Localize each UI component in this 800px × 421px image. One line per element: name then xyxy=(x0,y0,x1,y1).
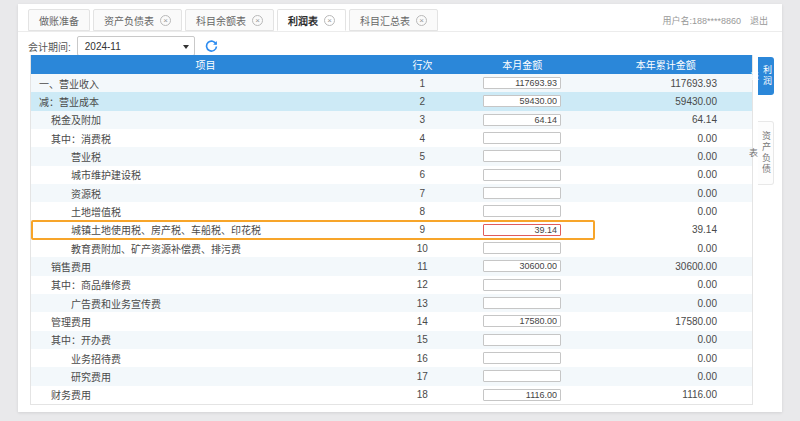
top-tab-label: 资产负债表 xyxy=(104,13,154,28)
top-tab[interactable]: 资产负债表 × xyxy=(93,9,182,31)
year-total-value: 0.00 xyxy=(579,133,752,144)
month-cell xyxy=(465,389,580,401)
table-row[interactable]: 城市维护建设税 6 0.00 xyxy=(31,166,752,184)
item-cell: 销售费用 xyxy=(31,259,380,274)
line-number: 11 xyxy=(380,261,465,272)
month-amount-input[interactable] xyxy=(483,389,561,401)
month-amount-input[interactable] xyxy=(483,242,561,254)
table-row[interactable]: 土地增值税 8 0.00 xyxy=(31,202,752,220)
table-row[interactable]: 其中：商品维修费 12 0.00 xyxy=(31,276,752,294)
close-icon[interactable]: × xyxy=(416,15,427,26)
line-number: 13 xyxy=(380,298,465,309)
period-value: 2024-11 xyxy=(85,41,121,52)
year-total-value: 0.00 xyxy=(579,279,752,290)
line-number: 2 xyxy=(380,96,465,107)
table-row[interactable]: 营业税 5 0.00 xyxy=(31,147,752,165)
close-icon[interactable]: × xyxy=(324,15,335,26)
item-label: 业务招待费 xyxy=(31,351,121,366)
table-row[interactable]: 其中：开办费 15 0.00 xyxy=(31,331,752,349)
month-amount-input[interactable] xyxy=(483,95,561,107)
table-row[interactable]: 研究费用 17 0.00 xyxy=(31,367,752,385)
item-label: 其中：商品维修费 xyxy=(31,277,131,292)
item-label: 税金及附加 xyxy=(31,112,101,127)
month-cell xyxy=(465,370,580,382)
table-row[interactable]: 销售费用 11 30600.00 xyxy=(31,257,752,275)
top-tab[interactable]: 科目汇总表 × xyxy=(349,9,438,31)
top-tab-label: 做账准备 xyxy=(39,13,79,28)
item-label: 减：营业成本 xyxy=(31,94,99,109)
refresh-icon xyxy=(205,40,218,53)
col-header-year: 本年累计金额 xyxy=(579,57,752,72)
month-amount-input[interactable] xyxy=(483,260,561,272)
table-row[interactable]: 广告费和业务宣传费 13 0.00 xyxy=(31,294,752,312)
month-amount-input[interactable] xyxy=(483,279,561,291)
line-number: 18 xyxy=(380,389,465,400)
month-amount-input[interactable] xyxy=(483,187,561,199)
table-row[interactable]: 其中：消费税 4 0.00 xyxy=(31,129,752,147)
line-number: 8 xyxy=(380,206,465,217)
refresh-button[interactable] xyxy=(205,40,218,53)
username-label: 用户名:188****8860 xyxy=(662,14,741,27)
side-tab[interactable]: 利润表 xyxy=(758,57,774,95)
month-cell xyxy=(465,150,580,162)
top-tab[interactable]: 利润表 × xyxy=(277,9,346,31)
table-row[interactable]: 资源税 7 0.00 xyxy=(31,184,752,202)
month-amount-input[interactable] xyxy=(483,315,561,327)
item-label: 城市维护建设税 xyxy=(31,167,141,182)
month-amount-input[interactable] xyxy=(483,224,561,236)
table-row[interactable]: 税金及附加 3 64.14 xyxy=(31,111,752,129)
tab-bar: 做账准备 资产负债表 × 科目余额表 × 利润表 × 科目汇总表 × xyxy=(28,9,438,32)
line-number: 14 xyxy=(380,316,465,327)
item-cell: 土地增值税 xyxy=(31,204,380,219)
line-number: 1 xyxy=(380,78,465,89)
item-label: 城镇土地使用税、房产税、车船税、印花税 xyxy=(31,222,261,237)
item-cell: 财务费用 xyxy=(31,387,380,402)
table-row[interactable]: 管理费用 14 17580.00 xyxy=(31,312,752,330)
period-select[interactable]: 2024-11 xyxy=(77,36,195,56)
year-total-value: 39.14 xyxy=(579,224,752,235)
month-amount-input[interactable] xyxy=(483,352,561,364)
item-cell: 其中：消费税 xyxy=(31,131,380,146)
table-row[interactable]: 财务费用 18 1116.00 xyxy=(31,386,752,404)
table-body: 一、营业收入 1 117693.93 减：营业成本 2 59430.00 税金及… xyxy=(31,74,752,404)
top-tab[interactable]: 做账准备 xyxy=(28,9,90,31)
table-row[interactable]: 业务招待费 16 0.00 xyxy=(31,349,752,367)
month-amount-input[interactable] xyxy=(483,132,561,144)
year-total-value: 0.00 xyxy=(579,353,752,364)
close-icon[interactable]: × xyxy=(252,15,263,26)
item-label: 销售费用 xyxy=(31,259,91,274)
year-total-value: 1116.00 xyxy=(579,389,752,400)
month-amount-input[interactable] xyxy=(483,297,561,309)
month-amount-input[interactable] xyxy=(483,114,561,126)
table-row[interactable]: 城镇土地使用税、房产税、车船税、印花税 9 39.14 xyxy=(31,221,752,239)
side-tab-strip: 利润表资产负债表 xyxy=(758,57,775,185)
month-amount-input[interactable] xyxy=(483,370,561,382)
month-cell xyxy=(465,132,580,144)
month-amount-input[interactable] xyxy=(483,334,561,346)
month-cell xyxy=(465,352,580,364)
logout-link[interactable]: 退出 xyxy=(750,14,768,27)
close-icon[interactable]: × xyxy=(160,15,171,26)
top-tab-label: 科目余额表 xyxy=(196,13,246,28)
item-label: 管理费用 xyxy=(31,314,91,329)
month-cell xyxy=(465,169,580,181)
table-row[interactable]: 教育费附加、矿产资源补偿费、排污费 10 0.00 xyxy=(31,239,752,257)
month-cell xyxy=(465,315,580,327)
month-cell xyxy=(465,77,580,89)
month-amount-input[interactable] xyxy=(483,169,561,181)
top-tab[interactable]: 科目余额表 × xyxy=(185,9,274,31)
year-total-value: 0.00 xyxy=(579,371,752,382)
item-cell: 管理费用 xyxy=(31,314,380,329)
top-tab-label: 利润表 xyxy=(288,13,318,28)
month-amount-input[interactable] xyxy=(483,77,561,89)
table-row[interactable]: 减：营业成本 2 59430.00 xyxy=(31,92,752,110)
year-total-value: 64.14 xyxy=(579,114,752,125)
user-area: 用户名:188****8860 退出 xyxy=(662,14,768,27)
line-number: 15 xyxy=(380,334,465,345)
year-total-value: 0.00 xyxy=(579,169,752,180)
table-row[interactable]: 一、营业收入 1 117693.93 xyxy=(31,74,752,92)
month-amount-input[interactable] xyxy=(483,150,561,162)
month-amount-input[interactable] xyxy=(483,205,561,217)
item-label: 研究费用 xyxy=(31,369,111,384)
side-tab[interactable]: 资产负债表 xyxy=(758,121,774,185)
